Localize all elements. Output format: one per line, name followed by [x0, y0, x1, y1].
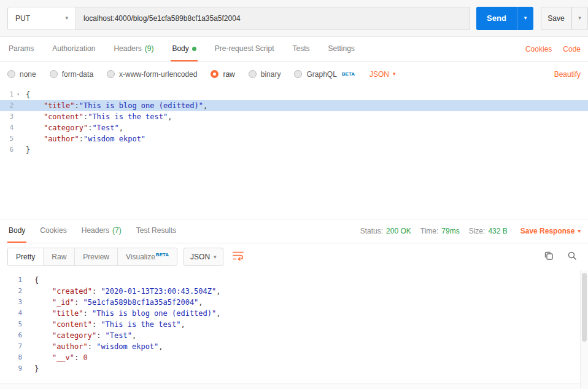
response-view-switcher: Pretty Raw Preview Visualize BETA: [7, 248, 177, 266]
body-type-binary[interactable]: binary: [249, 70, 281, 79]
code-line-1[interactable]: 1▾{: [0, 89, 588, 100]
tab-settings[interactable]: Settings: [327, 37, 356, 61]
tab-label: Settings: [328, 44, 355, 53]
url-input[interactable]: localhost:4000/blog/5e1cfa589b8cf1a35a5f…: [76, 7, 470, 30]
view-raw[interactable]: Raw: [43, 248, 74, 265]
method-select[interactable]: PUT ▾: [7, 7, 76, 30]
code-link[interactable]: Code: [563, 45, 581, 53]
code-line-6: 6 "category": "Test",: [0, 330, 588, 341]
copy-icon: [544, 251, 554, 263]
tab-label: Cookies: [40, 226, 66, 235]
tab-authorization[interactable]: Authorization: [51, 37, 96, 61]
tab-label: Params: [9, 44, 34, 53]
headers-count: (9): [145, 44, 154, 53]
request-body-editor[interactable]: 1▾{2 "title":"This is blog one (editted)…: [0, 86, 588, 219]
response-toolbar: Pretty Raw Preview Visualize BETA JSON ▾: [0, 243, 588, 270]
line-number: 4: [0, 122, 21, 133]
tab-headers[interactable]: Headers (9): [112, 37, 155, 61]
code-line-3: 3 "_id": "5e1cfa589b8cf1a35a5f2004",: [0, 297, 588, 308]
code-text: "content":"This is the test",: [21, 111, 172, 122]
tab-label: Headers: [114, 44, 141, 53]
line-number: 7: [0, 341, 29, 352]
code-line-5[interactable]: 5 "author":"wisdom ekpot": [0, 133, 588, 144]
search-button[interactable]: [563, 248, 581, 265]
body-type-none[interactable]: none: [7, 70, 36, 79]
request-bar: PUT ▾ localhost:4000/blog/5e1cfa589b8cf1…: [0, 0, 588, 37]
tab-response-body[interactable]: Body: [7, 219, 26, 243]
radio-label: form-data: [62, 70, 93, 79]
code-line-4[interactable]: 4 "category":"Test",: [0, 122, 588, 133]
line-number: 6: [0, 330, 29, 341]
tab-pre-request-script[interactable]: Pre-request Script: [214, 37, 276, 61]
response-body-viewer: 1{2 "created": "2020-01-13T23:00:43.504Z…: [0, 270, 588, 389]
code-text: {: [21, 89, 30, 100]
radio-label: GraphQL: [306, 70, 336, 79]
line-number: 5: [0, 133, 21, 144]
beta-badge: BETA: [156, 253, 169, 257]
tab-body[interactable]: Body: [171, 37, 197, 61]
line-number: 3: [0, 111, 21, 122]
code-text: "author":"wisdom ekpot": [21, 133, 145, 144]
horizontal-scrollbar[interactable]: [0, 383, 580, 389]
view-visualize[interactable]: Visualize BETA: [117, 248, 177, 265]
send-options-button[interactable]: ▾: [517, 7, 533, 30]
radio-label: raw: [223, 70, 234, 79]
response-tabs-left: Body Cookies Headers (7) Test Results: [7, 219, 177, 243]
radio-label: none: [20, 70, 36, 79]
code-line-8: 8 "__v": 0: [0, 352, 588, 363]
body-type-x-www-form-urlencoded[interactable]: x-www-form-urlencoded: [107, 70, 197, 79]
radio-icon: [294, 70, 302, 78]
response-tabs: Body Cookies Headers (7) Test Results St…: [0, 219, 588, 243]
tab-response-headers[interactable]: Headers (7): [80, 219, 123, 243]
code-text: }: [21, 144, 30, 155]
time-value: 79ms: [441, 227, 459, 235]
code-line-4: 4 "title": "This is blog one (editted)",: [0, 308, 588, 319]
chevron-down-icon: ▾: [393, 71, 396, 77]
tab-params[interactable]: Params: [7, 37, 35, 61]
save-button[interactable]: Save: [541, 7, 571, 30]
save-options-button[interactable]: ▾: [571, 7, 588, 30]
code-text: "__v": 0: [29, 352, 88, 363]
code-line-5: 5 "content": "This is the test",: [0, 319, 588, 330]
view-preview[interactable]: Preview: [74, 248, 117, 265]
wrap-lines-button[interactable]: [230, 248, 247, 265]
scrollbar-thumb[interactable]: [582, 273, 587, 342]
body-type-form-data[interactable]: form-data: [50, 70, 93, 79]
line-number: 1▾: [0, 89, 21, 100]
response-editor-lines: 1{2 "created": "2020-01-13T23:00:43.504Z…: [0, 275, 588, 374]
code-line-2[interactable]: 2 "title":"This is blog one (editted)",: [0, 100, 588, 111]
response-language-select[interactable]: JSON ▾: [184, 248, 223, 266]
beautify-link[interactable]: Beautify: [554, 70, 581, 79]
line-number: 6: [0, 144, 21, 155]
send-button[interactable]: Send: [476, 7, 517, 30]
tab-test-results[interactable]: Test Results: [135, 219, 177, 243]
tab-tests[interactable]: Tests: [291, 37, 311, 61]
request-tabs-right: Cookies Code: [525, 37, 581, 61]
tab-label: Tests: [292, 44, 309, 53]
view-pretty[interactable]: Pretty: [8, 248, 43, 265]
size-label: Size:: [469, 227, 485, 235]
code-line-3[interactable]: 3 "content":"This is the test",: [0, 111, 588, 122]
cookies-link[interactable]: Cookies: [525, 45, 552, 53]
code-line-6[interactable]: 6}: [0, 144, 588, 155]
save-response-button[interactable]: Save Response ▾: [520, 227, 581, 235]
language-label: JSON: [369, 70, 389, 79]
line-number: 2: [0, 100, 21, 111]
tab-label: Authorization: [52, 44, 95, 53]
code-text: "_id": "5e1cfa589b8cf1a35a5f2004",: [29, 297, 203, 308]
fold-caret-icon[interactable]: ▾: [17, 89, 20, 100]
postman-app: { "request": { "method": "PUT", "url": "…: [0, 0, 588, 389]
body-type-raw[interactable]: raw: [211, 70, 234, 79]
radio-icon: [107, 70, 115, 78]
body-language-select[interactable]: JSON ▾: [369, 70, 396, 79]
chevron-down-icon: ▾: [578, 229, 581, 234]
chevron-down-icon: ▾: [524, 15, 527, 21]
body-type-graphql[interactable]: GraphQL BETA: [294, 70, 355, 79]
vertical-scrollbar[interactable]: [580, 270, 588, 389]
response-headers-count: (7): [112, 226, 122, 235]
status-value: 200 OK: [386, 227, 411, 235]
tab-response-cookies[interactable]: Cookies: [39, 219, 68, 243]
request-tabs: Params Authorization Headers (9) Body Pr…: [0, 37, 588, 62]
code-line-1: 1{: [0, 275, 588, 286]
copy-button[interactable]: [540, 248, 557, 265]
